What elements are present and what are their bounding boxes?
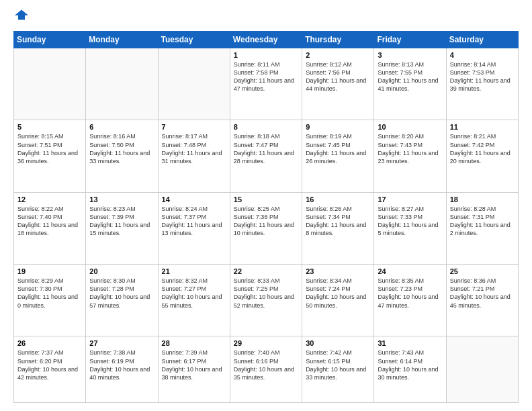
- day-number: 14: [162, 195, 226, 203]
- day-number: 1: [234, 51, 298, 59]
- day-number: 27: [89, 339, 154, 347]
- day-number: 28: [162, 339, 226, 347]
- day-number: 12: [17, 195, 82, 203]
- day-number: 18: [450, 195, 515, 203]
- day-cell-17: 17Sunrise: 8:27 AMSunset: 7:33 PMDayligh…: [374, 192, 446, 264]
- day-cell-16: 16Sunrise: 8:26 AMSunset: 7:34 PMDayligh…: [302, 192, 374, 264]
- day-info: Sunrise: 8:35 AMSunset: 7:23 PMDaylight:…: [378, 277, 442, 310]
- day-number: 4: [450, 51, 515, 59]
- day-cell-26: 26Sunrise: 7:37 AMSunset: 6:20 PMDayligh…: [14, 336, 86, 403]
- day-cell-23: 23Sunrise: 8:34 AMSunset: 7:24 PMDayligh…: [302, 265, 374, 336]
- day-info: Sunrise: 8:13 AMSunset: 7:55 PMDaylight:…: [378, 60, 442, 93]
- day-number: 6: [89, 123, 154, 131]
- day-number: 7: [162, 123, 226, 131]
- calendar-week-row: 1Sunrise: 8:11 AMSunset: 7:58 PMDaylight…: [14, 48, 519, 120]
- day-cell-10: 10Sunrise: 8:20 AMSunset: 7:43 PMDayligh…: [374, 120, 446, 192]
- day-info: Sunrise: 8:18 AMSunset: 7:47 PMDaylight:…: [234, 132, 298, 165]
- day-number: 8: [234, 123, 298, 131]
- day-number: 26: [17, 339, 82, 347]
- day-info: Sunrise: 8:26 AMSunset: 7:34 PMDaylight:…: [306, 205, 370, 238]
- day-number: 5: [17, 123, 82, 131]
- day-number: 21: [162, 267, 226, 275]
- calendar-week-row: 5Sunrise: 8:15 AMSunset: 7:51 PMDaylight…: [14, 120, 519, 192]
- day-cell-2: 2Sunrise: 8:12 AMSunset: 7:56 PMDaylight…: [302, 48, 374, 120]
- header: [13, 11, 519, 24]
- day-info: Sunrise: 8:14 AMSunset: 7:53 PMDaylight:…: [450, 60, 515, 93]
- day-cell-5: 5Sunrise: 8:15 AMSunset: 7:51 PMDaylight…: [14, 120, 86, 192]
- day-cell-28: 28Sunrise: 7:39 AMSunset: 6:17 PMDayligh…: [158, 336, 230, 403]
- weekday-header-monday: Monday: [86, 32, 158, 48]
- day-cell-4: 4Sunrise: 8:14 AMSunset: 7:53 PMDaylight…: [446, 48, 518, 120]
- day-number: 10: [378, 123, 442, 131]
- logo-icon: [15, 8, 28, 21]
- day-info: Sunrise: 8:16 AMSunset: 7:50 PMDaylight:…: [89, 132, 154, 165]
- day-info: Sunrise: 8:29 AMSunset: 7:30 PMDaylight:…: [17, 277, 82, 310]
- day-info: Sunrise: 8:34 AMSunset: 7:24 PMDaylight:…: [306, 277, 370, 310]
- day-info: Sunrise: 8:22 AMSunset: 7:40 PMDaylight:…: [17, 205, 82, 238]
- day-info: Sunrise: 7:39 AMSunset: 6:17 PMDaylight:…: [162, 349, 226, 381]
- day-cell-9: 9Sunrise: 8:19 AMSunset: 7:45 PMDaylight…: [302, 120, 374, 192]
- day-info: Sunrise: 8:36 AMSunset: 7:21 PMDaylight:…: [450, 277, 515, 310]
- calendar-week-row: 12Sunrise: 8:22 AMSunset: 7:40 PMDayligh…: [14, 192, 519, 264]
- day-info: Sunrise: 8:11 AMSunset: 7:58 PMDaylight:…: [234, 60, 298, 93]
- day-number: 11: [450, 123, 515, 131]
- weekday-header-saturday: Saturday: [446, 32, 518, 48]
- day-cell-25: 25Sunrise: 8:36 AMSunset: 7:21 PMDayligh…: [446, 265, 518, 336]
- calendar-table: SundayMondayTuesdayWednesdayThursdayFrid…: [13, 31, 519, 403]
- day-cell-8: 8Sunrise: 8:18 AMSunset: 7:47 PMDaylight…: [230, 120, 302, 192]
- day-number: 23: [306, 267, 370, 275]
- day-info: Sunrise: 8:23 AMSunset: 7:39 PMDaylight:…: [89, 205, 154, 238]
- empty-day-cell: [446, 336, 518, 403]
- day-info: Sunrise: 7:42 AMSunset: 6:15 PMDaylight:…: [306, 349, 370, 381]
- day-cell-1: 1Sunrise: 8:11 AMSunset: 7:58 PMDaylight…: [230, 48, 302, 120]
- empty-day-cell: [158, 48, 230, 120]
- day-number: 25: [450, 267, 515, 275]
- day-cell-27: 27Sunrise: 7:38 AMSunset: 6:19 PMDayligh…: [86, 336, 158, 403]
- day-cell-19: 19Sunrise: 8:29 AMSunset: 7:30 PMDayligh…: [14, 265, 86, 336]
- day-cell-29: 29Sunrise: 7:40 AMSunset: 6:16 PMDayligh…: [230, 336, 302, 403]
- day-number: 19: [17, 267, 82, 275]
- day-number: 30: [306, 339, 370, 347]
- weekday-header-friday: Friday: [374, 32, 446, 48]
- page: SundayMondayTuesdayWednesdayThursdayFrid…: [0, 0, 532, 411]
- day-info: Sunrise: 8:25 AMSunset: 7:36 PMDaylight:…: [234, 205, 298, 238]
- day-cell-21: 21Sunrise: 8:32 AMSunset: 7:27 PMDayligh…: [158, 265, 230, 336]
- day-number: 20: [89, 267, 154, 275]
- day-cell-7: 7Sunrise: 8:17 AMSunset: 7:48 PMDaylight…: [158, 120, 230, 192]
- day-cell-22: 22Sunrise: 8:33 AMSunset: 7:25 PMDayligh…: [230, 265, 302, 336]
- day-number: 16: [306, 195, 370, 203]
- weekday-header-tuesday: Tuesday: [158, 32, 230, 48]
- day-cell-3: 3Sunrise: 8:13 AMSunset: 7:55 PMDaylight…: [374, 48, 446, 120]
- day-cell-30: 30Sunrise: 7:42 AMSunset: 6:15 PMDayligh…: [302, 336, 374, 403]
- day-info: Sunrise: 8:28 AMSunset: 7:31 PMDaylight:…: [450, 205, 515, 238]
- svg-marker-0: [15, 10, 28, 20]
- day-number: 15: [234, 195, 298, 203]
- weekday-header-row: SundayMondayTuesdayWednesdayThursdayFrid…: [14, 32, 519, 48]
- day-cell-12: 12Sunrise: 8:22 AMSunset: 7:40 PMDayligh…: [14, 192, 86, 264]
- day-number: 24: [378, 267, 442, 275]
- day-info: Sunrise: 8:21 AMSunset: 7:42 PMDaylight:…: [450, 132, 515, 165]
- day-number: 13: [89, 195, 154, 203]
- day-number: 2: [306, 51, 370, 59]
- day-info: Sunrise: 8:15 AMSunset: 7:51 PMDaylight:…: [17, 132, 82, 165]
- day-number: 9: [306, 123, 370, 131]
- day-info: Sunrise: 8:12 AMSunset: 7:56 PMDaylight:…: [306, 60, 370, 93]
- day-number: 3: [378, 51, 442, 59]
- day-cell-31: 31Sunrise: 7:43 AMSunset: 6:14 PMDayligh…: [374, 336, 446, 403]
- day-cell-15: 15Sunrise: 8:25 AMSunset: 7:36 PMDayligh…: [230, 192, 302, 264]
- calendar-week-row: 19Sunrise: 8:29 AMSunset: 7:30 PMDayligh…: [14, 265, 519, 336]
- day-cell-20: 20Sunrise: 8:30 AMSunset: 7:28 PMDayligh…: [86, 265, 158, 336]
- day-cell-6: 6Sunrise: 8:16 AMSunset: 7:50 PMDaylight…: [86, 120, 158, 192]
- day-number: 22: [234, 267, 298, 275]
- weekday-header-wednesday: Wednesday: [230, 32, 302, 48]
- day-cell-24: 24Sunrise: 8:35 AMSunset: 7:23 PMDayligh…: [374, 265, 446, 336]
- day-info: Sunrise: 7:40 AMSunset: 6:16 PMDaylight:…: [234, 349, 298, 381]
- weekday-header-thursday: Thursday: [302, 32, 374, 48]
- empty-day-cell: [86, 48, 158, 120]
- day-info: Sunrise: 8:17 AMSunset: 7:48 PMDaylight:…: [162, 132, 226, 165]
- logo: [13, 11, 31, 24]
- day-info: Sunrise: 8:33 AMSunset: 7:25 PMDaylight:…: [234, 277, 298, 310]
- day-cell-14: 14Sunrise: 8:24 AMSunset: 7:37 PMDayligh…: [158, 192, 230, 264]
- day-cell-11: 11Sunrise: 8:21 AMSunset: 7:42 PMDayligh…: [446, 120, 518, 192]
- empty-day-cell: [14, 48, 86, 120]
